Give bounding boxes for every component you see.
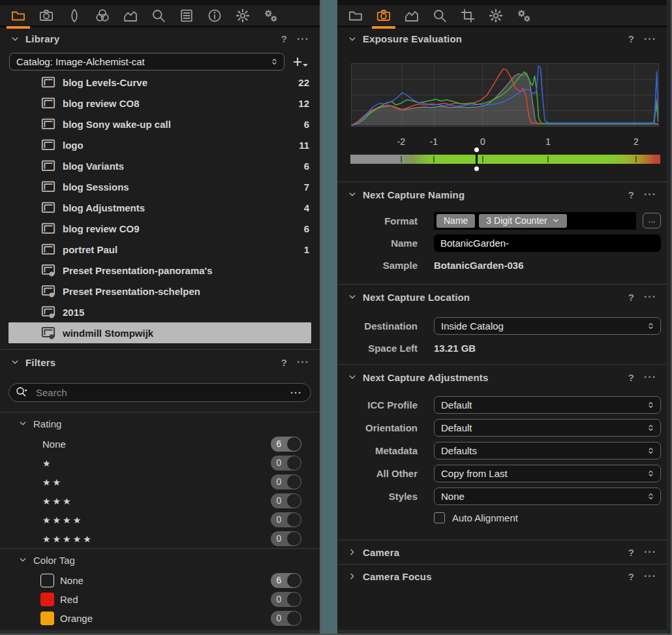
chevron-down-icon[interactable] [18,555,27,565]
library-item[interactable]: blog review CO96 [0,218,320,239]
adjustment-select[interactable]: Copy from Last [434,465,661,482]
marker-dot-top[interactable] [474,147,479,152]
catalog-select[interactable]: Catalog: Image-Alchemist-cat [9,53,284,70]
exposure-meter-bar[interactable] [350,155,660,164]
rating-filter-row[interactable]: ★0 [0,454,320,472]
filter-count-toggle[interactable]: 0 [271,512,301,527]
chevron-right-icon[interactable] [348,572,357,581]
filter-count-toggle[interactable]: 6 [271,573,301,588]
search-box[interactable]: ··· [8,383,311,402]
adjustment-select[interactable]: Defaults [434,442,661,459]
help-button[interactable]: ? [628,189,634,200]
color-tag-filter-row[interactable]: Red0 [0,590,320,609]
library-item[interactable]: Preset Presentation-panorama's [0,260,320,281]
more-menu-button[interactable]: ··· [644,291,656,303]
filter-count-toggle[interactable]: 0 [271,531,301,546]
crop-icon[interactable] [459,7,476,24]
library-item[interactable]: blog Adjustments4 [0,197,320,218]
filter-count-toggle[interactable]: 6 [271,437,301,452]
levels-curve-icon[interactable] [403,7,420,24]
rating-filter-row[interactable]: ★★0 [0,472,320,491]
library-item[interactable]: Preset Presentation-schelpen [0,281,320,302]
more-menu-button[interactable]: ··· [644,570,656,582]
lens-icon[interactable] [66,7,83,24]
library-item[interactable]: blog Levels-Curve22 [0,76,320,93]
name-input[interactable] [434,234,661,252]
marker-dot-bottom[interactable] [474,166,479,171]
help-button[interactable]: ? [628,292,634,303]
magnifier-icon[interactable] [431,7,448,24]
filter-count-toggle[interactable]: 0 [271,474,301,489]
format-more-button[interactable]: ... [643,213,661,228]
help-button[interactable]: ? [628,372,634,383]
more-menu-button[interactable]: ··· [297,33,309,45]
help-button[interactable]: ? [281,33,287,44]
camera-icon[interactable] [38,7,55,24]
color-wheels-icon[interactable] [94,7,111,24]
panel-divider[interactable] [320,0,337,635]
chevron-down-icon[interactable] [348,35,357,44]
library-item[interactable]: blog review CO812 [0,93,320,114]
more-menu-button[interactable]: ··· [644,189,656,200]
help-button[interactable]: ? [628,547,634,558]
library-item-count: 6 [304,223,309,234]
help-button[interactable]: ? [628,571,634,582]
help-button[interactable]: ? [281,357,287,368]
rating-filter-row[interactable]: None6 [0,435,320,454]
magnifier-icon[interactable] [150,7,167,24]
library-item[interactable]: blog Sessions7 [0,176,320,197]
search-options-button[interactable]: ··· [290,387,302,398]
info-icon[interactable] [206,7,223,24]
chevron-down-icon[interactable] [10,358,20,367]
more-menu-button[interactable]: ··· [644,371,656,383]
gears-icon[interactable] [262,7,279,24]
search-icon[interactable] [15,386,29,399]
gears-icon[interactable] [515,7,532,24]
adjustment-select[interactable]: Default [434,396,661,414]
library-item[interactable]: 2015 [0,302,320,322]
auto-alignment-checkbox[interactable] [434,512,445,523]
color-tag-filter-row[interactable]: Orange0 [0,609,320,628]
naming-token[interactable]: Name [436,214,475,228]
rating-filter-row[interactable]: ★★★★0 [0,510,320,529]
search-input[interactable] [36,387,290,398]
help-button[interactable]: ? [628,33,634,44]
rating-filter-row[interactable]: ★★★★★0 [0,529,320,548]
camera-icon[interactable] [375,7,392,24]
naming-token[interactable]: 3 Digit Counter [479,214,566,228]
rating-filter-row[interactable]: ★★★0 [0,491,320,510]
folder-icon[interactable] [10,7,27,24]
filter-count-toggle[interactable]: 0 [271,456,301,471]
levels-curve-icon[interactable] [122,7,139,24]
library-item-label: Preset Presentation-schelpen [63,286,309,297]
stepper-icon [646,468,656,479]
chevron-down-icon[interactable] [348,292,357,302]
chevron-right-icon[interactable] [348,548,357,557]
library-item[interactable]: blog Sony wake-up call6 [0,114,320,134]
adjustment-select[interactable]: Default [434,419,661,437]
more-menu-button[interactable]: ··· [644,546,656,558]
more-menu-button[interactable]: ··· [644,33,656,45]
color-tag-filter-row[interactable]: None6 [0,571,320,590]
filter-count-toggle[interactable]: 0 [271,611,301,626]
filter-count-toggle[interactable]: 0 [271,592,301,607]
chevron-down-icon[interactable] [18,419,27,428]
destination-select[interactable]: Inside Catalog [434,317,661,335]
more-menu-button[interactable]: ··· [297,356,309,368]
format-token-field[interactable]: Name3 Digit Counter [434,212,636,230]
library-item[interactable]: portret Paul1 [0,239,320,260]
library-item[interactable]: windmill Stompwijk [8,322,311,343]
library-item[interactable]: blog Variants6 [0,155,320,176]
list-icon[interactable] [178,7,195,24]
folder-icon[interactable] [347,7,364,24]
chevron-down-icon[interactable] [348,373,357,382]
chevron-down-icon[interactable] [10,35,20,44]
library-item[interactable]: logo11 [0,134,320,155]
gear-icon[interactable] [234,7,251,24]
filter-count-toggle[interactable]: 0 [271,493,301,508]
exposure-marker[interactable] [476,154,478,164]
gear-icon[interactable] [487,7,504,24]
adjustment-select[interactable]: None [434,488,661,505]
add-catalog-button[interactable]: + [284,53,311,70]
chevron-down-icon[interactable] [348,190,357,199]
